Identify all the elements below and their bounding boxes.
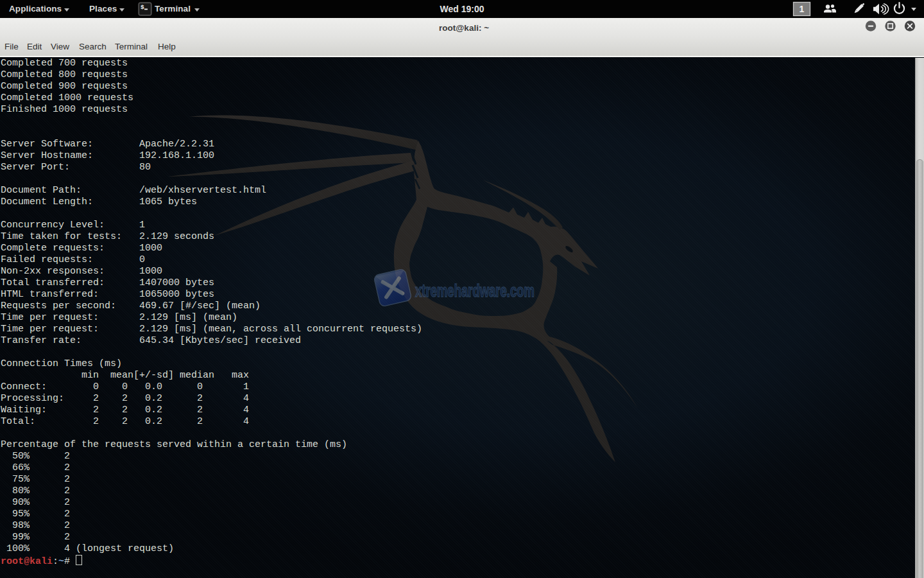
- svg-text:1: 1: [800, 4, 805, 14]
- svg-text:$: $: [141, 4, 144, 11]
